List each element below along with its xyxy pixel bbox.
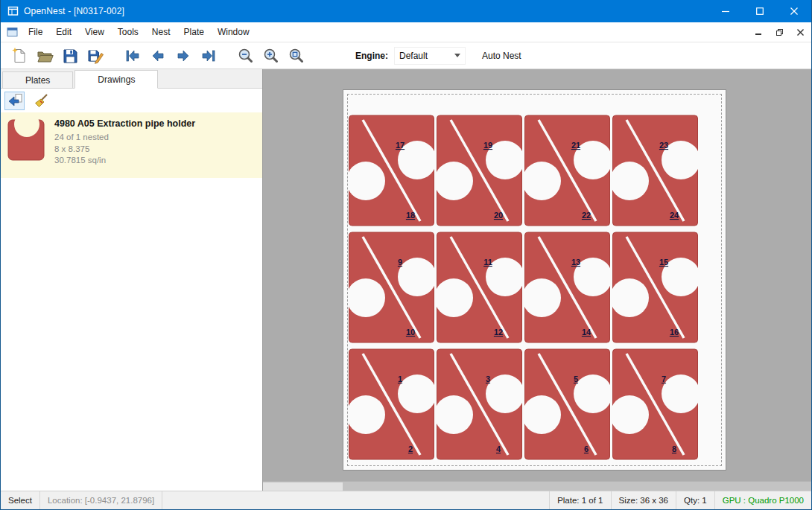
menu-tools[interactable]: Tools [111, 23, 145, 41]
status-gpu: GPU : Quadro P1000 [715, 491, 811, 509]
nest-pair[interactable]: 1314 [524, 231, 611, 344]
auto-nest-button[interactable]: Auto Nest [478, 48, 526, 64]
nest-pair[interactable]: 910 [348, 231, 435, 344]
mdi-minimize-icon [755, 34, 761, 35]
part-number: 11 [483, 258, 492, 267]
go-last-button[interactable] [196, 45, 221, 67]
nest-pair[interactable]: 12 [348, 348, 435, 461]
nest-pair[interactable]: 1516 [612, 231, 699, 344]
go-next-icon [174, 47, 192, 65]
engine-value: Default [399, 51, 454, 61]
part-number: 21 [571, 141, 580, 150]
maximize-button[interactable] [743, 0, 777, 22]
zoom-in-button[interactable] [258, 45, 284, 67]
part-number: 10 [406, 328, 415, 337]
mdi-minimize-button[interactable] [749, 24, 768, 40]
save-edit-icon [86, 47, 104, 65]
tab-plates[interactable]: Plates [2, 71, 73, 88]
go-previous-button[interactable] [145, 45, 171, 67]
mdi-close-icon [797, 29, 804, 36]
drawing-list-item[interactable]: 4980 A05 Extraction pipe holder 24 of 1 … [1, 112, 262, 178]
insert-drawing-button[interactable] [4, 92, 25, 110]
nest-grid: 171819202122232491011121314151612345678 [348, 114, 699, 461]
part-number: 9 [398, 258, 402, 267]
part-number: 20 [494, 211, 503, 220]
drawing-nested-count: 24 of 1 nested [54, 132, 195, 144]
part-number: 6 [584, 444, 589, 453]
status-plate: Plate: 1 of 1 [550, 491, 610, 509]
part-number: 18 [406, 211, 415, 220]
minimize-button[interactable] [708, 0, 743, 22]
part-number: 24 [670, 211, 679, 220]
menu-nest[interactable]: Nest [145, 23, 177, 41]
status-qty: Qty: 1 [676, 491, 714, 509]
nest-pair[interactable]: 2122 [524, 114, 611, 227]
close-icon [790, 7, 798, 15]
save-edit-button[interactable] [83, 45, 108, 67]
part-number: 19 [483, 141, 492, 150]
part-number: 15 [659, 258, 668, 267]
drawing-area: 30.7815 sq/in [54, 155, 195, 167]
part-number: 23 [659, 141, 668, 150]
part-number: 13 [571, 258, 580, 267]
part-number: 16 [670, 328, 679, 337]
tab-drawings[interactable]: Drawings [74, 70, 158, 89]
document-window-icon [7, 26, 19, 38]
part-number: 7 [662, 374, 666, 383]
zoom-fit-icon [288, 47, 305, 65]
go-first-button[interactable] [120, 45, 145, 67]
status-mode: Select [1, 491, 39, 509]
part-number: 5 [574, 374, 578, 383]
mdi-close-button[interactable] [790, 24, 810, 40]
save-button[interactable] [57, 45, 83, 67]
open-file-button[interactable] [32, 45, 57, 67]
nest-pair[interactable]: 1718 [348, 114, 435, 227]
drawing-title: 4980 A05 Extraction pipe holder [54, 118, 195, 129]
part-number: 4 [496, 444, 501, 453]
tool-bar: Engine: Default Auto Nest [1, 42, 811, 69]
menu-window[interactable]: Window [211, 23, 256, 41]
nest-pair[interactable]: 1112 [436, 231, 523, 344]
status-location: Location: [-0.9437, 21.8796] [40, 491, 162, 509]
window-title: OpenNest - [N0317-002] [24, 6, 124, 16]
part-number: 2 [408, 444, 413, 453]
part-number: 12 [494, 328, 503, 337]
title-bar: OpenNest - [N0317-002] [1, 0, 811, 22]
menu-edit[interactable]: Edit [49, 23, 78, 41]
insert-drawing-icon [7, 92, 23, 109]
mdi-restore-icon [776, 29, 783, 36]
clean-button[interactable] [31, 92, 51, 110]
maximize-icon [756, 7, 764, 15]
menu-view[interactable]: View [78, 23, 111, 41]
part-number: 1 [398, 374, 402, 383]
broom-icon [33, 92, 49, 109]
zoom-fit-button[interactable] [284, 45, 309, 67]
horizontal-scrollbar[interactable] [263, 481, 811, 491]
drawings-toolbar [1, 89, 262, 112]
chevron-down-icon [454, 54, 460, 57]
sidebar-tabstrip: Plates Drawings [1, 69, 262, 89]
app-window: OpenNest - [N0317-002] File Edit View To… [0, 0, 812, 510]
close-button[interactable] [777, 0, 811, 22]
zoom-out-button[interactable] [233, 45, 258, 67]
zoom-out-icon [237, 47, 255, 65]
plate[interactable]: 171819202122232491011121314151612345678 [343, 89, 726, 471]
zoom-in-icon [262, 47, 280, 65]
menu-file[interactable]: File [22, 23, 49, 41]
horizontal-scrollbar-thumb[interactable] [263, 482, 343, 491]
mdi-restore-button[interactable] [770, 24, 789, 40]
new-file-button[interactable] [7, 45, 32, 67]
nest-pair[interactable]: 1920 [436, 114, 523, 227]
nest-pair[interactable]: 56 [524, 348, 611, 461]
new-file-icon [10, 47, 28, 65]
nest-canvas[interactable]: 171819202122232491011121314151612345678 [263, 69, 811, 491]
part-number: 3 [486, 374, 490, 383]
save-icon [61, 47, 79, 65]
nest-pair[interactable]: 78 [612, 348, 699, 461]
app-icon [7, 5, 19, 17]
nest-pair[interactable]: 2324 [612, 114, 699, 227]
nest-pair[interactable]: 34 [436, 348, 523, 461]
go-next-button[interactable] [171, 45, 196, 67]
engine-select[interactable]: Default [394, 47, 466, 65]
menu-plate[interactable]: Plate [177, 23, 211, 41]
